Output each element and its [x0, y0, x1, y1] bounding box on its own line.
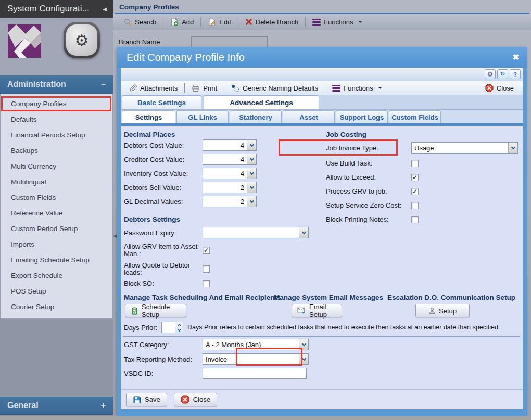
subtab-settings[interactable]: Settings: [122, 110, 175, 123]
collapse-minus-icon[interactable]: −: [101, 80, 106, 89]
chevron-down-icon[interactable]: [247, 154, 256, 164]
subtab-asset[interactable]: Asset: [283, 110, 335, 123]
close-label: Close: [497, 84, 514, 92]
print-button[interactable]: Print: [187, 83, 221, 94]
search-label: Search: [135, 18, 156, 26]
sidebar-item-custom-fields[interactable]: Custom Fields: [1, 190, 112, 206]
delete-branch-button[interactable]: Delete Branch: [241, 17, 302, 28]
field-row: Debtors Sell Value: 2: [124, 182, 257, 193]
job-invoice-type-select[interactable]: Usage: [411, 142, 518, 154]
collapse-left-icon[interactable]: ◀: [103, 6, 107, 12]
chevron-down-icon[interactable]: [299, 227, 308, 238]
attachments-button[interactable]: Attachments: [125, 83, 182, 94]
logo-panel: ⚙: [0, 18, 113, 75]
chevron-down-icon: [358, 21, 362, 23]
field-row: Password Expiry:: [124, 227, 309, 238]
sidebar-item-courier-setup[interactable]: Courier Setup: [1, 299, 112, 315]
spinner-down-icon[interactable]: [175, 327, 183, 333]
sidebar-item-defaults[interactable]: Defaults: [1, 112, 112, 128]
field-row: GL Decimal Values: 2: [124, 196, 257, 207]
search-button[interactable]: Search: [120, 17, 160, 28]
branch-name-input[interactable]: [191, 36, 268, 47]
subtab-support-logs[interactable]: Support Logs: [336, 110, 388, 123]
sidebar-item-multilingual[interactable]: Multilingual: [1, 174, 112, 190]
tax-reporting-method-select[interactable]: Invoice: [203, 353, 309, 365]
window-bottom-edge: [0, 416, 531, 420]
combo-value: A - 2 Months (Jan): [203, 339, 299, 350]
branch-name-label: Branch Name:: [119, 38, 162, 46]
sidebar-item-reference-value[interactable]: Reference Value: [1, 206, 112, 221]
edit-button[interactable]: Edit: [204, 16, 235, 28]
field-row: Process GRV to job:: [326, 187, 419, 195]
use-build-task-checkbox[interactable]: [411, 160, 419, 167]
settings-mini-button[interactable]: ⚙: [485, 69, 496, 79]
spinner-up-icon[interactable]: [175, 322, 183, 327]
escalation-setup-label: Setup: [439, 307, 457, 315]
footer-close-button[interactable]: Close: [174, 393, 217, 406]
close-icon[interactable]: ✖: [512, 53, 519, 62]
job-costing-header: Job Costing: [326, 131, 366, 138]
expand-plus-icon[interactable]: +: [101, 401, 106, 410]
chevron-down-icon[interactable]: [247, 196, 256, 207]
help-mini-button[interactable]: ?: [510, 69, 521, 79]
chevron-down-icon[interactable]: [508, 143, 517, 153]
sidebar-item-multi-currency[interactable]: Multi Currency: [1, 159, 112, 174]
sidebar-item-custom-period-setup[interactable]: Custom Period Setup: [1, 221, 112, 237]
subtab-stationery[interactable]: Stationery: [230, 110, 282, 123]
chevron-down-icon[interactable]: [247, 168, 256, 179]
allow-quote-to-debtor-checkbox[interactable]: [203, 265, 210, 273]
chevron-down-icon[interactable]: [247, 140, 256, 150]
inventory-cost-value-label: Inventory Cost Value:: [124, 170, 203, 177]
creditor-cost-value-select[interactable]: 4: [203, 154, 257, 165]
main-tabs: Basic Settings Advanced Settings: [121, 95, 523, 110]
section-divider: [123, 336, 520, 337]
setup-service-zero-cost-checkbox[interactable]: [411, 202, 419, 209]
subtab-custom-fields[interactable]: Custom Fields: [389, 110, 441, 123]
block-so-checkbox[interactable]: [203, 280, 210, 287]
combo-value: Invoice: [203, 354, 299, 364]
sidebar-item-pos-setup[interactable]: POS Setup: [1, 284, 112, 299]
chevron-down-icon[interactable]: [299, 354, 308, 364]
password-expiry-select[interactable]: [203, 227, 309, 238]
tab-basic-settings[interactable]: Basic Settings: [122, 95, 201, 109]
splitter-collapse-icon[interactable]: ◀: [113, 233, 117, 238]
generic-naming-defaults-button[interactable]: Generic Naming Defaults: [227, 83, 322, 94]
dialog-functions-button[interactable]: Functions: [328, 83, 386, 94]
debtors-sell-value-select[interactable]: 2: [203, 182, 257, 193]
setup-service-zero-cost-label: Setup Service Zero Cost:: [326, 201, 411, 209]
process-grv-to-job-checkbox[interactable]: [411, 188, 419, 195]
vsdc-id-input[interactable]: [203, 368, 307, 379]
allow-to-exceed-checkbox[interactable]: [411, 174, 419, 181]
dialog-close-button[interactable]: Close: [481, 82, 518, 94]
chevron-down-icon[interactable]: [299, 339, 308, 350]
schedule-setup-button[interactable]: Schedule Setup: [125, 304, 186, 317]
subtab-gl-links[interactable]: GL Links: [176, 110, 229, 123]
add-button[interactable]: Add: [166, 16, 198, 28]
functions-button[interactable]: Functions: [308, 17, 366, 28]
toolbar-separator: [200, 17, 201, 27]
sidebar-item-financial-periods-setup[interactable]: Financial Periods Setup: [1, 128, 112, 143]
chevron-down-icon[interactable]: [247, 182, 256, 193]
escalation-setup-button[interactable]: Setup: [415, 304, 470, 317]
inventory-cost-value-select[interactable]: 4: [203, 168, 257, 179]
refresh-mini-button[interactable]: ↻: [497, 69, 508, 79]
gl-decimal-values-select[interactable]: 2: [203, 196, 257, 207]
days-prior-input[interactable]: [161, 322, 183, 333]
allow-grv-to-asset-checkbox[interactable]: [203, 247, 210, 254]
sidebar-item-backups[interactable]: Backups: [1, 143, 112, 159]
sidebar-item-imports[interactable]: Imports: [1, 237, 112, 252]
sidebar-section-administration[interactable]: Administration −: [0, 75, 113, 94]
email-setup-button[interactable]: Email Setup: [292, 304, 342, 317]
save-button[interactable]: Save: [126, 393, 167, 406]
sidebar-item-emailing-schedule-setup[interactable]: Emailing Schedule Setup: [1, 252, 112, 268]
gst-category-select[interactable]: A - 2 Months (Jan): [203, 339, 309, 350]
sidebar-header[interactable]: System Configurati... ◀: [0, 0, 113, 18]
debtors-cost-value-select[interactable]: 4: [203, 139, 257, 151]
attachments-label: Attachments: [140, 84, 178, 92]
sidebar-section-general[interactable]: General +: [0, 397, 113, 415]
field-row: GST Category: A - 2 Months (Jan): [124, 339, 309, 350]
sidebar-item-export-schedule[interactable]: Export Schedule: [1, 268, 112, 284]
sidebar-item-company-profiles[interactable]: Company Profiles: [1, 96, 112, 112]
tab-advanced-settings[interactable]: Advanced Settings: [204, 95, 319, 109]
block-printing-notes-checkbox[interactable]: [411, 216, 419, 223]
